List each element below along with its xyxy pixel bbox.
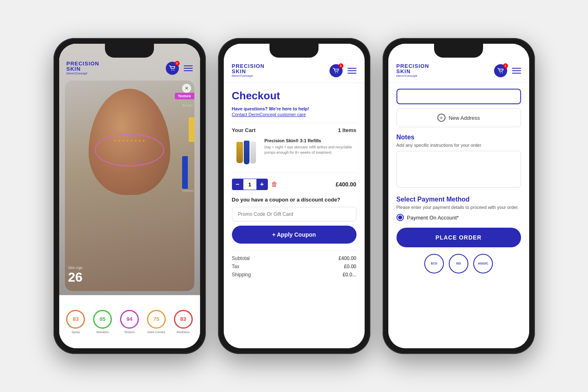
phone-3: PRECISION SKIN Derm'Concept 1 bbox=[383, 38, 535, 354]
product-row: Precision Skin® 3:1 Refills Day + night … bbox=[232, 138, 356, 173]
phone-notch-2 bbox=[270, 44, 318, 58]
svg-point-1 bbox=[174, 70, 174, 71]
product-image bbox=[232, 138, 261, 167]
help-text: Have questions? We're here to help! bbox=[232, 106, 356, 111]
bottle-blue bbox=[244, 141, 249, 164]
brand-logo-1: PRECISION SKIN Derm'Concept bbox=[67, 61, 100, 75]
payment-option-label: Payment On Account* bbox=[407, 215, 459, 221]
score-label-texture: Texture bbox=[124, 330, 135, 334]
brand-derm: Derm'Concept bbox=[67, 72, 100, 75]
texture-label: Texture bbox=[175, 93, 194, 99]
score-circle-wrinkles: 85 bbox=[93, 310, 112, 329]
score-label-dark-circles: Dark Circles bbox=[147, 330, 165, 334]
payment-option[interactable]: Payment On Account* bbox=[396, 214, 521, 221]
dots-overlay bbox=[109, 140, 150, 141]
score-label-spots: Spots bbox=[71, 330, 80, 334]
new-address-label: New Address bbox=[449, 115, 480, 121]
tax-label: Tax bbox=[232, 264, 240, 269]
plus-circle-icon: + bbox=[437, 114, 445, 122]
subtotal-row: Subtotal £400.00 bbox=[232, 255, 356, 261]
hamburger-button-3[interactable] bbox=[512, 68, 521, 74]
cert-eco: ECO bbox=[424, 254, 444, 273]
product-desc: Day + night + eye skincare refill airles… bbox=[265, 145, 356, 155]
skin-age-label: Skin Age bbox=[68, 266, 83, 270]
face-area: Texture Bumps Uneven ✕ bbox=[65, 81, 194, 291]
score-label-redness: Redness bbox=[177, 330, 190, 334]
shipping-value: £0.0... bbox=[343, 272, 356, 278]
trash-icon: 🗑 bbox=[271, 181, 278, 188]
bottle-white bbox=[250, 141, 256, 164]
score-dark-circles: 75 Dark Circles bbox=[147, 310, 166, 334]
svg-point-3 bbox=[337, 72, 338, 73]
payment-method-subtitle: Please enter your payment details to pro… bbox=[396, 205, 521, 210]
payment-method-section: Select Payment Method Please enter your … bbox=[396, 196, 521, 221]
coupon-section: Do you have a coupon or a discount code?… bbox=[232, 197, 356, 244]
checkout-screen: PRECISION SKIN Derm'Concept 1 bbox=[224, 44, 365, 348]
face-image: Texture Bumps Uneven ✕ bbox=[65, 81, 194, 291]
checkout-body: Checkout Have questions? We're here to h… bbox=[224, 83, 365, 348]
tax-row: Tax £0.00 bbox=[232, 264, 356, 269]
subtotal-value: £400.00 bbox=[339, 255, 356, 261]
subtotal-label: Subtotal bbox=[232, 255, 250, 261]
tax-value: £0.00 bbox=[344, 264, 356, 269]
cart-button-1[interactable]: 1 bbox=[166, 62, 179, 75]
cart-badge-1: 1 bbox=[175, 61, 180, 66]
brand-logo-3: PRECISION SKIN Derm'Concept bbox=[396, 63, 430, 78]
qty-minus-button[interactable]: − bbox=[232, 179, 243, 190]
close-button[interactable]: ✕ bbox=[182, 84, 191, 93]
totals-section: Subtotal £400.00 Tax £0.00 Shipping £0.0… bbox=[232, 250, 356, 278]
score-label-wrinkles: Wrinkles bbox=[96, 330, 109, 334]
qty-price-row: − + 🗑 £400.00 bbox=[232, 179, 356, 190]
face-overlay bbox=[95, 134, 164, 166]
bar-blue bbox=[182, 156, 188, 189]
apply-coupon-button[interactable]: + Apply Coupon bbox=[232, 226, 356, 244]
skin-age-area: Skin Age 26 bbox=[68, 266, 83, 285]
shipping-label: Shipping bbox=[232, 272, 251, 278]
qty-input[interactable] bbox=[243, 179, 256, 190]
phone-notch-3 bbox=[434, 44, 483, 58]
score-redness: 83 Redness bbox=[174, 310, 193, 334]
cart-badge-2: 1 bbox=[339, 63, 343, 68]
new-address-button[interactable]: + New Address bbox=[396, 108, 521, 127]
product-info: Precision Skin® 3:1 Refills Day + night … bbox=[265, 138, 356, 155]
score-circle-dark-circles: 75 bbox=[147, 310, 166, 329]
cart-badge-3: 1 bbox=[503, 63, 508, 68]
qty-plus-button[interactable]: + bbox=[256, 179, 268, 190]
place-order-button[interactable]: PLACE ORDER bbox=[396, 228, 521, 247]
address-input[interactable] bbox=[396, 89, 521, 104]
coupon-input[interactable] bbox=[232, 207, 356, 222]
skin-header: PRECISION SKIN Derm'Concept 1 bbox=[59, 61, 200, 75]
brand-derm-2: Derm'Concept bbox=[232, 74, 265, 78]
cart-button-3[interactable]: 1 bbox=[494, 64, 507, 77]
brand-skin: SKIN bbox=[67, 66, 100, 72]
cart-icon-2 bbox=[333, 68, 339, 74]
uneven-label: Uneven bbox=[182, 189, 194, 193]
delete-button[interactable]: 🗑 bbox=[271, 181, 278, 188]
cart-icon-1 bbox=[169, 65, 176, 71]
product-name: Precision Skin® 3:1 Refills bbox=[265, 138, 356, 143]
phone-2: PRECISION SKIN Derm'Concept 1 bbox=[218, 38, 370, 354]
hamburger-button-1[interactable] bbox=[184, 65, 193, 71]
hamburger-button-2[interactable] bbox=[347, 68, 356, 74]
contact-link[interactable]: Contact DermConcept customer care bbox=[232, 112, 356, 117]
brand-derm-3: Derm'Concept bbox=[396, 74, 430, 78]
notes-title: Notes bbox=[396, 134, 521, 141]
header-icons-2: 1 bbox=[330, 64, 356, 77]
radio-button[interactable] bbox=[396, 214, 404, 221]
brand-logo-2: PRECISION SKIN Derm'Concept bbox=[232, 63, 265, 78]
header-icons-1: 1 bbox=[166, 62, 193, 75]
notes-textarea[interactable] bbox=[396, 151, 521, 188]
cert-assoc: ASSOC bbox=[473, 254, 493, 273]
score-circle-redness: 83 bbox=[174, 310, 193, 329]
score-circle-spots: 83 bbox=[66, 310, 85, 329]
notes-section: Notes Add any specific instructions for … bbox=[396, 134, 521, 189]
cart-header-row: Your Cart 1 Items bbox=[232, 123, 356, 133]
bottle-gold bbox=[236, 142, 243, 163]
checkout-title: Checkout bbox=[232, 90, 356, 102]
payment-method-title: Select Payment Method bbox=[396, 196, 521, 203]
cert-logos: ECO ISO ASSOC bbox=[396, 254, 521, 273]
items-count: 1 Items bbox=[338, 127, 356, 133]
header-icons-3: 1 bbox=[494, 64, 521, 77]
cart-button-2[interactable]: 1 bbox=[330, 64, 343, 77]
qty-controls: − + 🗑 bbox=[232, 179, 278, 190]
